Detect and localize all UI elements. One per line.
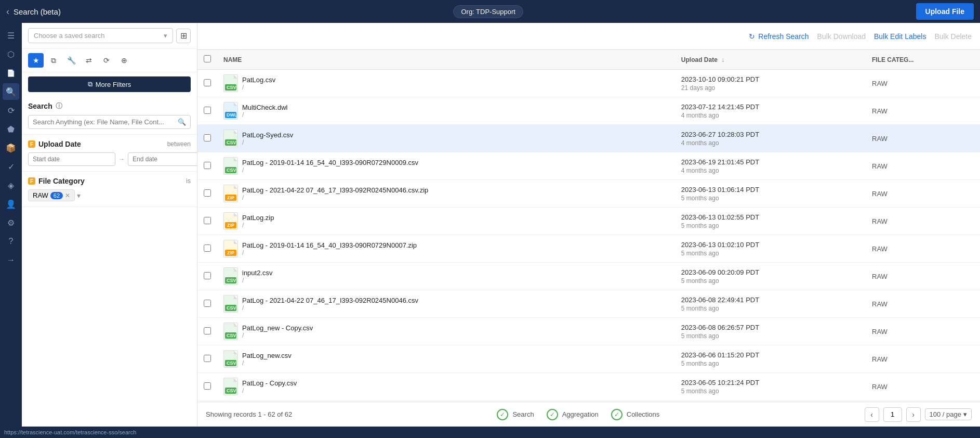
filter-recycle-button[interactable]: ⟳ (99, 53, 114, 68)
date-value: 2023-06-13 01:02:55 PDT (681, 213, 859, 221)
date-value: 2023-06-06 01:15:20 PDT (681, 351, 859, 359)
file-category-cell: RAW (866, 97, 980, 125)
start-date-input[interactable] (28, 152, 115, 166)
file-path: / (242, 304, 418, 312)
row-checkbox-1[interactable] (204, 107, 211, 114)
file-type-label: CSV (225, 84, 236, 91)
top-bar-left: ‹ Search (beta) (6, 6, 61, 17)
bulk-delete-button[interactable]: Bulk Delete (934, 32, 972, 41)
file-category-cell: RAW (866, 70, 980, 97)
collections-tab[interactable]: ✓ Collections (611, 409, 660, 420)
file-name-cell: CSV PatLog_new - Copy.csv / (217, 318, 675, 345)
date-ago: 4 months ago (681, 112, 859, 119)
file-category-cell: RAW (866, 318, 980, 345)
upload-date-cell: 2023-06-08 06:26:57 PDT 5 months ago (675, 318, 866, 345)
file-name-cell: CSV PatLog_new.csv / (217, 345, 675, 373)
file-category-cell: RAW (866, 125, 980, 152)
filter-more-button[interactable]: ⊕ (116, 53, 132, 68)
file-type-label: ZIP (225, 250, 236, 256)
sort-down-icon: ↓ (721, 56, 724, 63)
nav-logout-icon[interactable]: → (3, 252, 19, 268)
nav-integration-icon[interactable]: ◈ (3, 177, 19, 194)
nav-settings-icon[interactable]: ⚙ (3, 214, 19, 231)
back-icon[interactable]: ‹ (6, 6, 9, 17)
filter-copy-button[interactable]: ⧉ (46, 53, 61, 68)
prev-page-button[interactable]: ‹ (865, 407, 879, 422)
filter-template-button[interactable]: 🔧 (63, 53, 79, 68)
row-checkbox-7[interactable] (204, 272, 211, 279)
nav-package-icon[interactable]: 📦 (3, 139, 19, 156)
next-page-button[interactable]: › (906, 407, 921, 422)
nav-pipeline-icon[interactable]: ⟳ (3, 102, 19, 119)
row-checkbox-8[interactable] (204, 300, 211, 307)
row-checkbox-11[interactable] (204, 382, 211, 390)
file-info: PatLog - 2021-04-22 07_46_17_I393-092R02… (242, 297, 418, 312)
filter-share-button[interactable]: ⇄ (81, 53, 97, 68)
raw-tag-value: RAW (33, 191, 48, 199)
bulk-download-button[interactable]: Bulk Download (817, 32, 866, 41)
more-filters-button[interactable]: ⧉ More Filters (28, 76, 191, 92)
upload-date-cell: 2023-06-13 01:02:55 PDT 5 months ago (675, 208, 866, 235)
upload-date-column-header[interactable]: Upload Date ↓ (675, 50, 866, 70)
file-name: PatLog.csv (242, 76, 275, 84)
raw-tag: RAW 62 ✕ (28, 189, 75, 201)
file-name-cell: ZIP PatLog - 2021-04-22 07_46_17_I393-09… (217, 180, 675, 208)
nav-menu-icon[interactable]: ☰ (3, 27, 19, 44)
file-type-icon: CSV (223, 350, 238, 368)
file-type-icon: CSV (223, 74, 238, 92)
filter-badge-f: F (28, 140, 35, 148)
raw-tag-remove-button[interactable]: ✕ (65, 192, 70, 199)
tag-expand-button[interactable]: ▾ (77, 191, 81, 200)
select-all-checkbox[interactable] (204, 55, 211, 62)
table-row: ZIP PatLog.zip / 2023-06-13 01:02:55 PDT… (197, 208, 980, 235)
row-checkbox-9[interactable] (204, 327, 211, 334)
date-value: 2023-06-13 01:06:14 PDT (681, 186, 859, 194)
grid-view-button[interactable]: ⊞ (176, 29, 191, 43)
table-row: CSV PatLog.csv / 2023-10-10 09:00:21 PDT… (197, 70, 980, 97)
file-category-cell: RAW (866, 208, 980, 235)
nav-home-icon[interactable]: ⬡ (3, 46, 19, 62)
refresh-search-button[interactable]: ↻ Refresh Search (749, 32, 809, 41)
row-checkbox-0[interactable] (204, 79, 211, 86)
pagination: ‹ › 100 / page ▾ (865, 407, 972, 422)
file-name-cell: CSV input2.csv / (217, 263, 675, 290)
nav-files-icon[interactable]: 📄 (3, 65, 19, 81)
row-checkbox-6[interactable] (204, 244, 211, 252)
aggregation-tab[interactable]: ✓ Aggregation (547, 409, 599, 420)
file-path: / (242, 111, 287, 119)
table-row: CSV PatLog - Copy.csv / 2023-06-05 10:21… (197, 373, 980, 401)
search-tab[interactable]: ✓ Search (497, 409, 534, 420)
row-checkbox-cell (197, 125, 217, 152)
nav-check-icon[interactable]: ✓ (3, 158, 19, 175)
search-icon: 🔍 (178, 118, 186, 126)
row-checkbox-10[interactable] (204, 355, 211, 362)
search-input[interactable] (33, 118, 178, 126)
nav-data-icon[interactable]: ⬟ (3, 121, 19, 137)
end-date-input[interactable] (128, 152, 197, 166)
nav-search-icon[interactable]: 🔍 (3, 83, 19, 100)
nav-user-icon[interactable]: 👤 (3, 196, 19, 212)
bulk-edit-labels-button[interactable]: Bulk Edit Labels (874, 32, 926, 41)
help-icon: ⓘ (56, 101, 62, 111)
row-checkbox-3[interactable] (204, 162, 211, 169)
filter-type-label: between (167, 140, 191, 148)
date-value: 2023-06-08 22:49:41 PDT (681, 296, 859, 304)
file-path: / (242, 249, 417, 256)
per-page-select[interactable]: 100 / page ▾ (925, 408, 972, 420)
table-row: CSV PatLog_new.csv / 2023-06-06 01:15:20… (197, 345, 980, 373)
nav-help-icon[interactable]: ? (3, 233, 19, 250)
date-ago: 5 months ago (681, 388, 859, 395)
filter-active-button[interactable]: ★ (28, 53, 44, 68)
upload-file-button[interactable]: Upload File (916, 3, 974, 20)
row-checkbox-5[interactable] (204, 217, 211, 224)
search-label: Search (28, 102, 52, 110)
file-category-value: RAW (872, 355, 888, 363)
row-checkbox-4[interactable] (204, 189, 211, 197)
refresh-icon: ↻ (749, 32, 755, 41)
date-ago: 5 months ago (681, 277, 859, 285)
page-number-input[interactable] (883, 407, 902, 422)
table-row: ZIP PatLog - 2021-04-22 07_46_17_I393-09… (197, 180, 980, 208)
file-name-cell: CSV PatLog.csv / (217, 70, 675, 97)
saved-search-select[interactable]: Choose a saved search ▾ (28, 28, 173, 43)
row-checkbox-2[interactable] (204, 134, 211, 141)
